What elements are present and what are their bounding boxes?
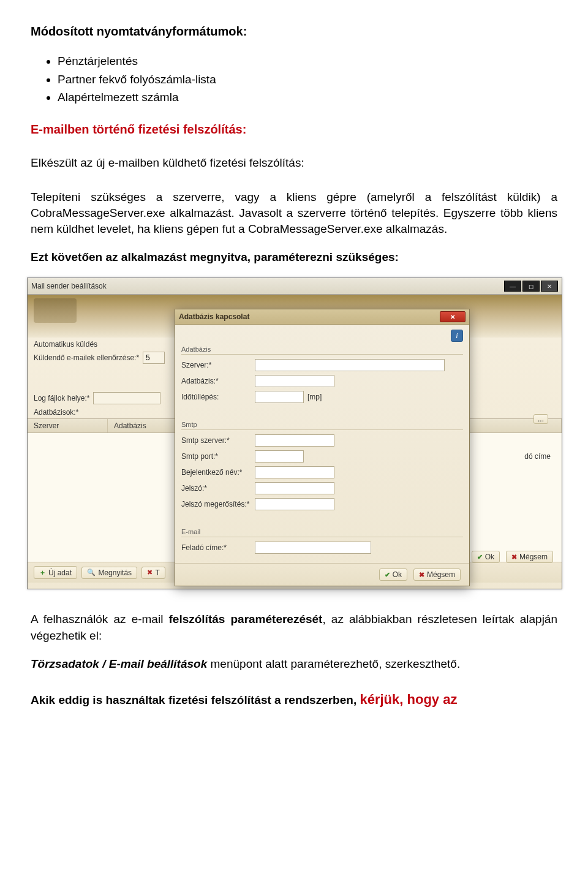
delete-button[interactable]: ✖T <box>141 567 165 579</box>
database-input[interactable] <box>255 375 334 387</box>
minimize-button[interactable]: — <box>504 281 521 292</box>
col-server: Szerver <box>28 419 108 433</box>
check-interval-input[interactable] <box>143 352 165 364</box>
x-icon: ✖ <box>419 571 424 579</box>
timeout-suffix: [mp] <box>307 393 322 401</box>
dialog-close-button[interactable]: ✕ <box>440 311 466 322</box>
x-icon: ✖ <box>511 553 517 561</box>
database-label: Adatbázis:* <box>181 377 255 385</box>
login-input[interactable] <box>255 466 334 478</box>
password-confirm-label: Jelszó megerősítés:* <box>181 500 255 508</box>
dialog-titlebar: Adatbázis kapcsolat ✕ <box>175 309 469 325</box>
timeout-input[interactable] <box>255 391 304 403</box>
log-path-label: Log fájlok helye:* <box>34 394 89 402</box>
browse-button[interactable]: ... <box>533 414 548 424</box>
password-confirm-input[interactable] <box>255 498 334 510</box>
fieldset-smtp: Smtp <box>181 421 463 430</box>
dialog-title: Adatbázis kapcsolat <box>179 312 249 321</box>
timeout-label: Időtúllépés: <box>181 393 255 401</box>
window-title: Mail sender beállítások <box>31 282 107 290</box>
paragraph: Elkészült az új e-mailben küldhető fizet… <box>31 155 557 171</box>
paragraph: A felhasználók az e-mail felszólítás par… <box>31 611 557 643</box>
bullet-list: Pénztárjelentés Partner fekvő folyószáml… <box>31 53 557 105</box>
open-icon: 🔍 <box>87 569 96 576</box>
paragraph: Telepíteni szükséges a szerverre, vagy a… <box>31 189 557 238</box>
list-item: Partner fekvő folyószámla-lista <box>58 72 557 88</box>
paragraph: Akik eddig is használtak fizetési felszó… <box>31 690 557 709</box>
smtp-server-label: Smtp szerver:* <box>181 436 255 445</box>
open-button[interactable]: 🔍Megnyitás <box>81 567 137 579</box>
maximize-button[interactable]: ◻ <box>522 281 540 292</box>
new-button[interactable]: ＋Új adat <box>34 566 77 579</box>
list-item: Pénztárjelentés <box>58 53 557 69</box>
paragraph: Törzsadatok / E-mail beállítások menüpon… <box>31 656 557 672</box>
dialog-ok-button[interactable]: ✔Ok <box>379 569 407 581</box>
list-item: Alapértelmezett számla <box>58 89 557 105</box>
paragraph-bold: Ezt követően az alkalmazást megnyitva, p… <box>31 249 557 265</box>
info-icon[interactable]: i <box>451 330 463 342</box>
smtp-port-input[interactable] <box>255 450 304 463</box>
plus-icon: ＋ <box>39 568 46 577</box>
app-window: Mail sender beállítások — ◻ ✕ Automatiku… <box>27 278 562 589</box>
server-input[interactable] <box>255 359 445 371</box>
dialog-cancel-button[interactable]: ✖Mégsem <box>413 569 461 581</box>
close-button[interactable]: ✕ <box>541 281 558 292</box>
partial-column-label: dó címe <box>524 452 551 461</box>
server-label: Szerver:* <box>181 361 255 369</box>
sender-input[interactable] <box>255 542 371 554</box>
titlebar: Mail sender beállítások — ◻ ✕ <box>28 278 562 295</box>
db-list-label: Adatbázisok:* <box>34 408 78 417</box>
check-icon: ✔ <box>477 553 483 561</box>
db-connection-dialog: Adatbázis kapcsolat ✕ i Adatbázis Szerve… <box>175 309 470 586</box>
check-icon: ✔ <box>385 571 390 579</box>
login-label: Bejelentkező név:* <box>181 468 255 477</box>
delete-icon: ✖ <box>147 569 153 576</box>
sender-label: Feladó címe:* <box>181 543 255 552</box>
log-path-input[interactable] <box>93 392 160 404</box>
heading-modified-formats: Módosított nyomtatványformátumok: <box>31 25 557 39</box>
check-interval-label: Küldendő e-mailek ellenőrzése:* <box>34 353 139 362</box>
bg-ok-button[interactable]: ✔Ok <box>472 551 500 563</box>
fieldset-email: E-mail <box>181 528 463 537</box>
password-label: Jelszó:* <box>181 484 255 493</box>
heading-email-notice: E-mailben történő fizetési felszólítás: <box>31 123 557 137</box>
password-input[interactable] <box>255 482 334 494</box>
smtp-port-label: Smtp port:* <box>181 452 255 461</box>
smtp-server-input[interactable] <box>255 434 334 447</box>
fieldset-database: Adatbázis <box>181 346 463 355</box>
bg-cancel-button[interactable]: ✖Mégsem <box>506 551 553 563</box>
